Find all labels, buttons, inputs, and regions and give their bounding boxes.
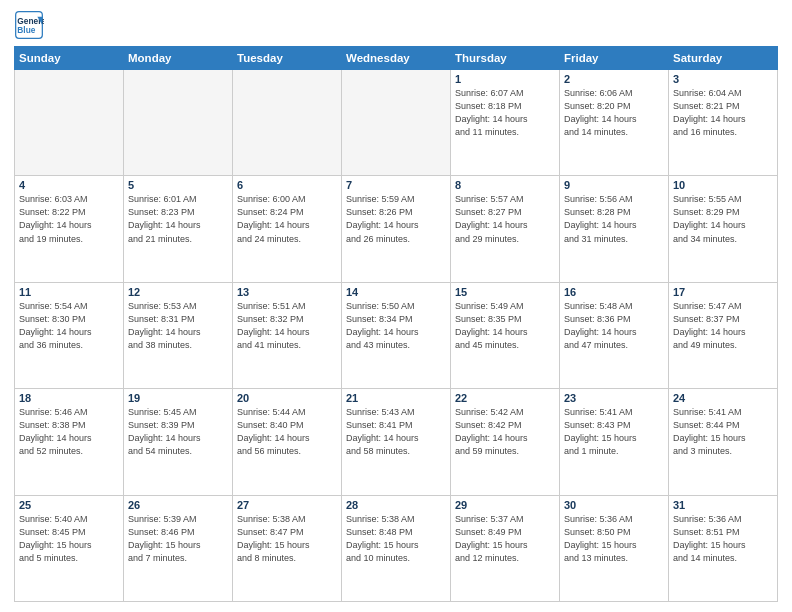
day-number: 10 xyxy=(673,179,773,191)
day-info: Sunrise: 5:50 AMSunset: 8:34 PMDaylight:… xyxy=(346,300,446,352)
calendar-week-5: 25Sunrise: 5:40 AMSunset: 8:45 PMDayligh… xyxy=(15,495,778,601)
day-info: Sunrise: 5:40 AMSunset: 8:45 PMDaylight:… xyxy=(19,513,119,565)
day-info: Sunrise: 5:57 AMSunset: 8:27 PMDaylight:… xyxy=(455,193,555,245)
day-number: 3 xyxy=(673,73,773,85)
calendar-cell: 5Sunrise: 6:01 AMSunset: 8:23 PMDaylight… xyxy=(124,176,233,282)
day-number: 13 xyxy=(237,286,337,298)
day-number: 6 xyxy=(237,179,337,191)
calendar-cell: 12Sunrise: 5:53 AMSunset: 8:31 PMDayligh… xyxy=(124,282,233,388)
day-number: 18 xyxy=(19,392,119,404)
calendar-week-4: 18Sunrise: 5:46 AMSunset: 8:38 PMDayligh… xyxy=(15,389,778,495)
calendar-cell: 9Sunrise: 5:56 AMSunset: 8:28 PMDaylight… xyxy=(560,176,669,282)
day-info: Sunrise: 5:55 AMSunset: 8:29 PMDaylight:… xyxy=(673,193,773,245)
calendar-week-2: 4Sunrise: 6:03 AMSunset: 8:22 PMDaylight… xyxy=(15,176,778,282)
weekday-header-wednesday: Wednesday xyxy=(342,47,451,70)
calendar-cell: 27Sunrise: 5:38 AMSunset: 8:47 PMDayligh… xyxy=(233,495,342,601)
day-info: Sunrise: 5:43 AMSunset: 8:41 PMDaylight:… xyxy=(346,406,446,458)
logo-icon: General Blue xyxy=(14,10,44,40)
day-info: Sunrise: 5:54 AMSunset: 8:30 PMDaylight:… xyxy=(19,300,119,352)
calendar-table: SundayMondayTuesdayWednesdayThursdayFrid… xyxy=(14,46,778,602)
day-number: 26 xyxy=(128,499,228,511)
day-info: Sunrise: 5:59 AMSunset: 8:26 PMDaylight:… xyxy=(346,193,446,245)
calendar-cell xyxy=(15,70,124,176)
day-number: 29 xyxy=(455,499,555,511)
calendar-cell: 28Sunrise: 5:38 AMSunset: 8:48 PMDayligh… xyxy=(342,495,451,601)
day-number: 19 xyxy=(128,392,228,404)
day-number: 16 xyxy=(564,286,664,298)
calendar-cell: 6Sunrise: 6:00 AMSunset: 8:24 PMDaylight… xyxy=(233,176,342,282)
calendar-header-row: SundayMondayTuesdayWednesdayThursdayFrid… xyxy=(15,47,778,70)
calendar-cell: 26Sunrise: 5:39 AMSunset: 8:46 PMDayligh… xyxy=(124,495,233,601)
day-info: Sunrise: 6:00 AMSunset: 8:24 PMDaylight:… xyxy=(237,193,337,245)
day-info: Sunrise: 5:51 AMSunset: 8:32 PMDaylight:… xyxy=(237,300,337,352)
day-info: Sunrise: 5:53 AMSunset: 8:31 PMDaylight:… xyxy=(128,300,228,352)
day-info: Sunrise: 5:49 AMSunset: 8:35 PMDaylight:… xyxy=(455,300,555,352)
calendar-cell: 18Sunrise: 5:46 AMSunset: 8:38 PMDayligh… xyxy=(15,389,124,495)
calendar-cell: 3Sunrise: 6:04 AMSunset: 8:21 PMDaylight… xyxy=(669,70,778,176)
day-info: Sunrise: 6:01 AMSunset: 8:23 PMDaylight:… xyxy=(128,193,228,245)
calendar-cell: 2Sunrise: 6:06 AMSunset: 8:20 PMDaylight… xyxy=(560,70,669,176)
header: General Blue xyxy=(14,10,778,40)
day-info: Sunrise: 6:07 AMSunset: 8:18 PMDaylight:… xyxy=(455,87,555,139)
calendar-cell: 16Sunrise: 5:48 AMSunset: 8:36 PMDayligh… xyxy=(560,282,669,388)
calendar-cell xyxy=(124,70,233,176)
calendar-cell: 29Sunrise: 5:37 AMSunset: 8:49 PMDayligh… xyxy=(451,495,560,601)
day-number: 27 xyxy=(237,499,337,511)
weekday-header-tuesday: Tuesday xyxy=(233,47,342,70)
day-number: 22 xyxy=(455,392,555,404)
calendar-cell: 22Sunrise: 5:42 AMSunset: 8:42 PMDayligh… xyxy=(451,389,560,495)
day-info: Sunrise: 5:47 AMSunset: 8:37 PMDaylight:… xyxy=(673,300,773,352)
calendar-cell: 11Sunrise: 5:54 AMSunset: 8:30 PMDayligh… xyxy=(15,282,124,388)
calendar-cell: 13Sunrise: 5:51 AMSunset: 8:32 PMDayligh… xyxy=(233,282,342,388)
day-info: Sunrise: 5:48 AMSunset: 8:36 PMDaylight:… xyxy=(564,300,664,352)
day-number: 24 xyxy=(673,392,773,404)
svg-text:Blue: Blue xyxy=(17,25,35,35)
day-number: 31 xyxy=(673,499,773,511)
day-info: Sunrise: 6:06 AMSunset: 8:20 PMDaylight:… xyxy=(564,87,664,139)
day-number: 8 xyxy=(455,179,555,191)
day-number: 15 xyxy=(455,286,555,298)
calendar-cell: 20Sunrise: 5:44 AMSunset: 8:40 PMDayligh… xyxy=(233,389,342,495)
logo: General Blue xyxy=(14,10,48,40)
day-info: Sunrise: 5:42 AMSunset: 8:42 PMDaylight:… xyxy=(455,406,555,458)
day-info: Sunrise: 5:45 AMSunset: 8:39 PMDaylight:… xyxy=(128,406,228,458)
day-info: Sunrise: 5:38 AMSunset: 8:48 PMDaylight:… xyxy=(346,513,446,565)
day-info: Sunrise: 5:36 AMSunset: 8:51 PMDaylight:… xyxy=(673,513,773,565)
calendar-cell: 21Sunrise: 5:43 AMSunset: 8:41 PMDayligh… xyxy=(342,389,451,495)
day-number: 12 xyxy=(128,286,228,298)
day-number: 25 xyxy=(19,499,119,511)
day-info: Sunrise: 5:41 AMSunset: 8:43 PMDaylight:… xyxy=(564,406,664,458)
calendar-cell: 1Sunrise: 6:07 AMSunset: 8:18 PMDaylight… xyxy=(451,70,560,176)
day-number: 9 xyxy=(564,179,664,191)
day-number: 1 xyxy=(455,73,555,85)
weekday-header-thursday: Thursday xyxy=(451,47,560,70)
day-info: Sunrise: 5:56 AMSunset: 8:28 PMDaylight:… xyxy=(564,193,664,245)
day-info: Sunrise: 5:39 AMSunset: 8:46 PMDaylight:… xyxy=(128,513,228,565)
day-number: 20 xyxy=(237,392,337,404)
day-info: Sunrise: 5:44 AMSunset: 8:40 PMDaylight:… xyxy=(237,406,337,458)
day-number: 4 xyxy=(19,179,119,191)
day-number: 21 xyxy=(346,392,446,404)
day-number: 30 xyxy=(564,499,664,511)
calendar-cell: 17Sunrise: 5:47 AMSunset: 8:37 PMDayligh… xyxy=(669,282,778,388)
calendar-cell: 25Sunrise: 5:40 AMSunset: 8:45 PMDayligh… xyxy=(15,495,124,601)
day-number: 7 xyxy=(346,179,446,191)
calendar-cell: 10Sunrise: 5:55 AMSunset: 8:29 PMDayligh… xyxy=(669,176,778,282)
page: General Blue SundayMondayTuesdayWednesda… xyxy=(0,0,792,612)
calendar-cell: 31Sunrise: 5:36 AMSunset: 8:51 PMDayligh… xyxy=(669,495,778,601)
day-number: 14 xyxy=(346,286,446,298)
day-info: Sunrise: 5:46 AMSunset: 8:38 PMDaylight:… xyxy=(19,406,119,458)
day-info: Sunrise: 5:37 AMSunset: 8:49 PMDaylight:… xyxy=(455,513,555,565)
calendar-cell: 23Sunrise: 5:41 AMSunset: 8:43 PMDayligh… xyxy=(560,389,669,495)
weekday-header-friday: Friday xyxy=(560,47,669,70)
weekday-header-sunday: Sunday xyxy=(15,47,124,70)
day-info: Sunrise: 6:03 AMSunset: 8:22 PMDaylight:… xyxy=(19,193,119,245)
day-number: 5 xyxy=(128,179,228,191)
calendar-cell: 14Sunrise: 5:50 AMSunset: 8:34 PMDayligh… xyxy=(342,282,451,388)
day-number: 2 xyxy=(564,73,664,85)
calendar-week-1: 1Sunrise: 6:07 AMSunset: 8:18 PMDaylight… xyxy=(15,70,778,176)
day-number: 28 xyxy=(346,499,446,511)
day-info: Sunrise: 6:04 AMSunset: 8:21 PMDaylight:… xyxy=(673,87,773,139)
calendar-cell: 24Sunrise: 5:41 AMSunset: 8:44 PMDayligh… xyxy=(669,389,778,495)
calendar-cell: 15Sunrise: 5:49 AMSunset: 8:35 PMDayligh… xyxy=(451,282,560,388)
